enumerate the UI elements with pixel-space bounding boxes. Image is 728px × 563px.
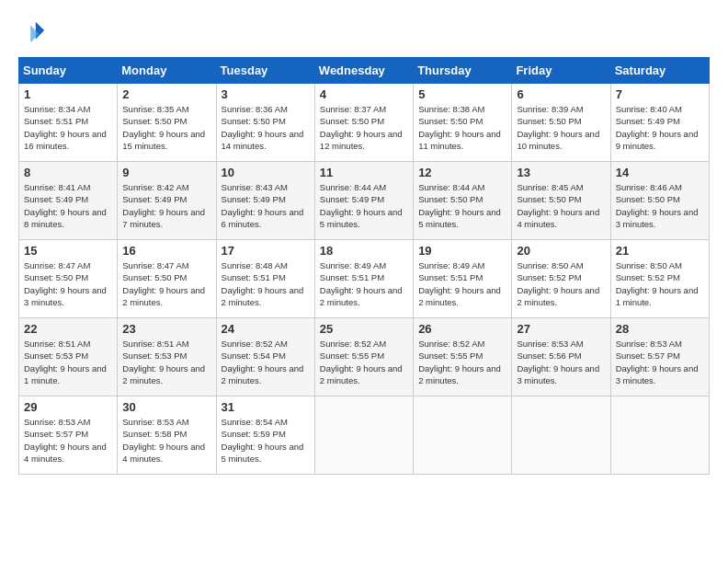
day-info: Sunrise: 8:49 AM Sunset: 5:51 PM Dayligh… — [418, 259, 506, 308]
day-info: Sunrise: 8:42 AM Sunset: 5:49 PM Dayligh… — [122, 181, 210, 230]
calendar-day-cell — [512, 396, 610, 475]
day-number: 2 — [122, 87, 210, 101]
calendar-day-cell: 25 Sunrise: 8:52 AM Sunset: 5:55 PM Dayl… — [314, 318, 413, 396]
day-number: 14 — [616, 166, 704, 179]
calendar-week-row: 15 Sunrise: 8:47 AM Sunset: 5:50 PM Dayl… — [19, 240, 710, 318]
weekday-header: Saturday — [610, 58, 709, 84]
day-number: 7 — [616, 87, 704, 101]
calendar-day-cell: 19 Sunrise: 8:49 AM Sunset: 5:51 PM Dayl… — [414, 240, 512, 318]
day-number: 13 — [517, 166, 605, 179]
calendar-day-cell — [314, 396, 413, 475]
calendar-day-cell: 8 Sunrise: 8:41 AM Sunset: 5:49 PM Dayli… — [19, 162, 118, 240]
day-number: 10 — [222, 166, 310, 179]
day-info: Sunrise: 8:41 AM Sunset: 5:49 PM Dayligh… — [24, 181, 112, 230]
day-number: 5 — [418, 87, 506, 101]
day-number: 22 — [24, 322, 112, 336]
day-number: 1 — [24, 87, 112, 101]
day-number: 15 — [24, 244, 112, 258]
day-info: Sunrise: 8:53 AM Sunset: 5:56 PM Dayligh… — [517, 338, 605, 386]
calendar-week-row: 22 Sunrise: 8:51 AM Sunset: 5:53 PM Dayl… — [19, 318, 710, 396]
day-number: 25 — [320, 322, 408, 336]
calendar-day-cell: 30 Sunrise: 8:53 AM Sunset: 5:58 PM Dayl… — [118, 396, 216, 475]
calendar-day-cell: 17 Sunrise: 8:48 AM Sunset: 5:51 PM Dayl… — [216, 240, 314, 318]
day-info: Sunrise: 8:52 AM Sunset: 5:55 PM Dayligh… — [418, 338, 506, 386]
day-info: Sunrise: 8:35 AM Sunset: 5:50 PM Dayligh… — [122, 103, 210, 152]
day-info: Sunrise: 8:50 AM Sunset: 5:52 PM Dayligh… — [517, 259, 605, 308]
logo — [18, 18, 46, 48]
day-number: 26 — [418, 322, 506, 336]
calendar-table: SundayMondayTuesdayWednesdayThursdayFrid… — [18, 57, 710, 475]
calendar-day-cell: 10 Sunrise: 8:43 AM Sunset: 5:49 PM Dayl… — [216, 162, 314, 240]
calendar-day-cell: 27 Sunrise: 8:53 AM Sunset: 5:56 PM Dayl… — [512, 318, 610, 396]
calendar-day-cell: 16 Sunrise: 8:47 AM Sunset: 5:50 PM Dayl… — [118, 240, 216, 318]
day-info: Sunrise: 8:50 AM Sunset: 5:52 PM Dayligh… — [616, 259, 704, 308]
calendar-day-cell: 7 Sunrise: 8:40 AM Sunset: 5:49 PM Dayli… — [610, 84, 709, 162]
day-number: 11 — [320, 166, 408, 179]
calendar-day-cell: 29 Sunrise: 8:53 AM Sunset: 5:57 PM Dayl… — [19, 396, 118, 475]
day-number: 20 — [517, 244, 605, 258]
calendar-day-cell — [414, 396, 512, 475]
day-number: 9 — [122, 166, 210, 179]
day-info: Sunrise: 8:47 AM Sunset: 5:50 PM Dayligh… — [122, 259, 210, 308]
day-number: 27 — [517, 322, 605, 336]
calendar-day-cell: 24 Sunrise: 8:52 AM Sunset: 5:54 PM Dayl… — [216, 318, 314, 396]
calendar-day-cell: 11 Sunrise: 8:44 AM Sunset: 5:49 PM Dayl… — [314, 162, 413, 240]
day-info: Sunrise: 8:38 AM Sunset: 5:50 PM Dayligh… — [418, 103, 506, 152]
calendar-day-cell: 3 Sunrise: 8:36 AM Sunset: 5:50 PM Dayli… — [216, 84, 314, 162]
day-number: 4 — [320, 87, 408, 101]
calendar-day-cell: 14 Sunrise: 8:46 AM Sunset: 5:50 PM Dayl… — [610, 162, 709, 240]
calendar-day-cell: 20 Sunrise: 8:50 AM Sunset: 5:52 PM Dayl… — [512, 240, 610, 318]
day-info: Sunrise: 8:52 AM Sunset: 5:55 PM Dayligh… — [320, 338, 408, 386]
day-info: Sunrise: 8:48 AM Sunset: 5:51 PM Dayligh… — [222, 259, 310, 308]
day-info: Sunrise: 8:37 AM Sunset: 5:50 PM Dayligh… — [320, 103, 408, 152]
calendar-header-row: SundayMondayTuesdayWednesdayThursdayFrid… — [19, 58, 710, 84]
weekday-header: Tuesday — [216, 58, 314, 84]
day-number: 8 — [24, 166, 112, 179]
calendar-day-cell: 12 Sunrise: 8:44 AM Sunset: 5:50 PM Dayl… — [414, 162, 512, 240]
day-info: Sunrise: 8:53 AM Sunset: 5:58 PM Dayligh… — [122, 416, 210, 465]
calendar-day-cell: 18 Sunrise: 8:49 AM Sunset: 5:51 PM Dayl… — [314, 240, 413, 318]
day-number: 24 — [222, 322, 310, 336]
calendar-day-cell: 9 Sunrise: 8:42 AM Sunset: 5:49 PM Dayli… — [118, 162, 216, 240]
calendar-day-cell: 22 Sunrise: 8:51 AM Sunset: 5:53 PM Dayl… — [19, 318, 118, 396]
calendar-day-cell: 23 Sunrise: 8:51 AM Sunset: 5:53 PM Dayl… — [118, 318, 216, 396]
calendar-day-cell: 1 Sunrise: 8:34 AM Sunset: 5:51 PM Dayli… — [19, 84, 118, 162]
day-info: Sunrise: 8:49 AM Sunset: 5:51 PM Dayligh… — [320, 259, 408, 308]
day-number: 31 — [222, 400, 310, 414]
calendar-day-cell: 4 Sunrise: 8:37 AM Sunset: 5:50 PM Dayli… — [314, 84, 413, 162]
weekday-header: Friday — [512, 58, 610, 84]
day-number: 28 — [616, 322, 704, 336]
day-number: 16 — [122, 244, 210, 258]
day-info: Sunrise: 8:53 AM Sunset: 5:57 PM Dayligh… — [616, 338, 704, 386]
day-number: 21 — [616, 244, 704, 258]
day-info: Sunrise: 8:44 AM Sunset: 5:49 PM Dayligh… — [320, 181, 408, 230]
day-info: Sunrise: 8:51 AM Sunset: 5:53 PM Dayligh… — [122, 338, 210, 386]
weekday-header: Sunday — [19, 58, 118, 84]
calendar-day-cell: 15 Sunrise: 8:47 AM Sunset: 5:50 PM Dayl… — [19, 240, 118, 318]
calendar-week-row: 29 Sunrise: 8:53 AM Sunset: 5:57 PM Dayl… — [19, 396, 710, 475]
day-number: 18 — [320, 244, 408, 258]
day-info: Sunrise: 8:54 AM Sunset: 5:59 PM Dayligh… — [222, 416, 310, 465]
calendar-day-cell: 31 Sunrise: 8:54 AM Sunset: 5:59 PM Dayl… — [216, 396, 314, 475]
day-number: 29 — [24, 400, 112, 414]
calendar-day-cell: 6 Sunrise: 8:39 AM Sunset: 5:50 PM Dayli… — [512, 84, 610, 162]
day-number: 17 — [222, 244, 310, 258]
day-info: Sunrise: 8:51 AM Sunset: 5:53 PM Dayligh… — [24, 338, 112, 386]
day-info: Sunrise: 8:47 AM Sunset: 5:50 PM Dayligh… — [24, 259, 112, 308]
calendar-day-cell: 2 Sunrise: 8:35 AM Sunset: 5:50 PM Dayli… — [118, 84, 216, 162]
day-info: Sunrise: 8:44 AM Sunset: 5:50 PM Dayligh… — [418, 181, 506, 230]
calendar-week-row: 8 Sunrise: 8:41 AM Sunset: 5:49 PM Dayli… — [19, 162, 710, 240]
header — [18, 18, 710, 48]
day-info: Sunrise: 8:46 AM Sunset: 5:50 PM Dayligh… — [616, 181, 704, 230]
day-info: Sunrise: 8:43 AM Sunset: 5:49 PM Dayligh… — [222, 181, 310, 230]
day-info: Sunrise: 8:39 AM Sunset: 5:50 PM Dayligh… — [517, 103, 605, 152]
calendar-day-cell: 5 Sunrise: 8:38 AM Sunset: 5:50 PM Dayli… — [414, 84, 512, 162]
day-info: Sunrise: 8:53 AM Sunset: 5:57 PM Dayligh… — [24, 416, 112, 465]
day-info: Sunrise: 8:52 AM Sunset: 5:54 PM Dayligh… — [222, 338, 310, 386]
calendar-day-cell: 13 Sunrise: 8:45 AM Sunset: 5:50 PM Dayl… — [512, 162, 610, 240]
day-info: Sunrise: 8:40 AM Sunset: 5:49 PM Dayligh… — [616, 103, 704, 152]
calendar-day-cell: 26 Sunrise: 8:52 AM Sunset: 5:55 PM Dayl… — [414, 318, 512, 396]
logo-icon — [20, 18, 46, 44]
day-number: 3 — [222, 87, 310, 101]
weekday-header: Monday — [118, 58, 216, 84]
